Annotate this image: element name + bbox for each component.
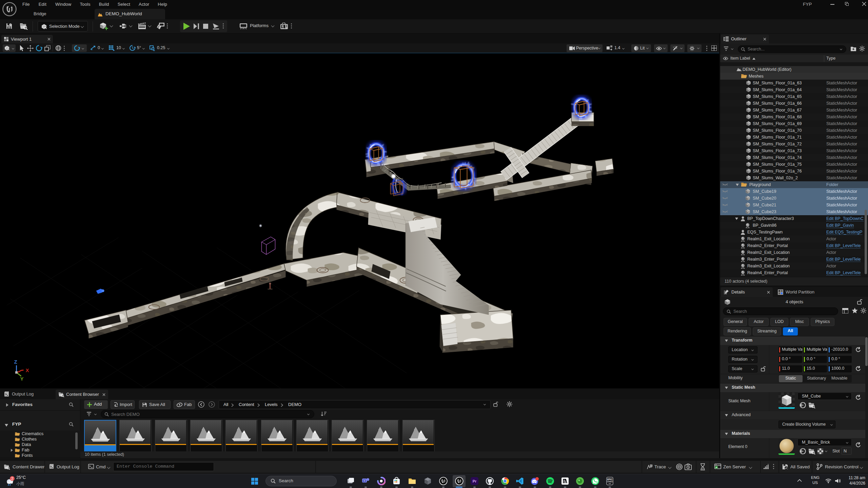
svg-text:Pr: Pr bbox=[473, 479, 477, 483]
svg-text:2: 2 bbox=[11, 477, 13, 481]
svg-text:EPIC: EPIC bbox=[607, 478, 612, 481]
svg-text:T: T bbox=[363, 480, 365, 483]
svg-text:GAMES: GAMES bbox=[607, 481, 612, 483]
svg-text:Z: Z bbox=[14, 359, 17, 365]
svg-text:X: X bbox=[26, 367, 29, 373]
svg-text:Y: Y bbox=[20, 376, 24, 382]
